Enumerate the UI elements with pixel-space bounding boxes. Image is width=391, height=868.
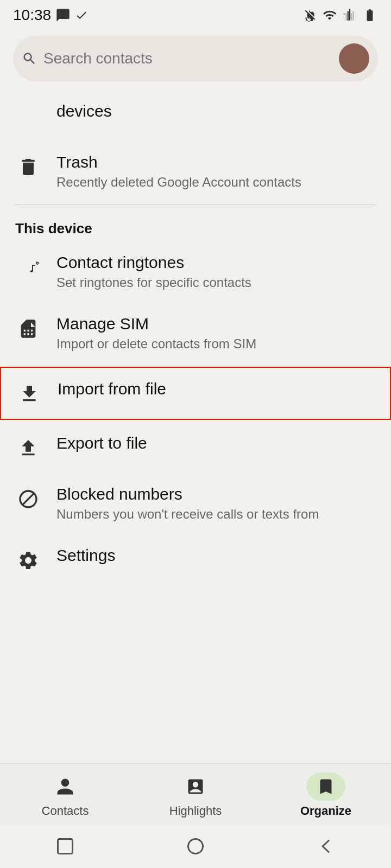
ringtones-title: Contact ringtones [56, 253, 251, 272]
highlights-nav-icon-wrap [176, 773, 215, 801]
ringtone-icon [15, 254, 41, 280]
ringtones-subtitle: Set ringtones for specific contacts [56, 274, 251, 291]
settings-title: Settings [56, 546, 115, 565]
export-icon [15, 435, 41, 461]
status-bar: 10:38 [0, 0, 391, 28]
partial-menu-item[interactable]: devices [0, 90, 391, 141]
sim-icon [15, 316, 41, 342]
svg-point-1 [188, 839, 203, 854]
blocked-subtitle: Numbers you won't receive calls or texts… [56, 506, 319, 522]
nav-back-button[interactable] [312, 832, 340, 860]
import-title: Import from file [58, 380, 166, 398]
export-title: Export to file [56, 434, 147, 452]
system-nav [0, 825, 391, 868]
status-left: 10:38 [13, 7, 88, 24]
menu-item-trash[interactable]: Trash Recently deleted Google Account co… [0, 141, 391, 202]
nav-item-highlights[interactable]: Highlights [130, 773, 261, 818]
menu-item-settings[interactable]: Settings [0, 534, 391, 585]
menu-item-import-from-file[interactable]: Import from file [0, 367, 391, 420]
blocked-icon [15, 486, 41, 512]
menu-item-manage-sim[interactable]: Manage SIM Import or delete contacts fro… [0, 303, 391, 364]
menu-item-blocked-numbers[interactable]: Blocked numbers Numbers you won't receiv… [0, 473, 391, 534]
menu-item-export-to-file[interactable]: Export to file [0, 422, 391, 473]
search-bar-container: Search contacts [0, 28, 391, 90]
time-display: 10:38 [13, 7, 51, 24]
blocked-title: Blocked numbers [56, 485, 319, 503]
highlights-icon [186, 777, 205, 796]
organize-nav-label: Organize [300, 804, 351, 818]
search-placeholder: Search contacts [43, 50, 332, 67]
avatar[interactable] [339, 43, 369, 74]
signal-icon [342, 8, 356, 22]
organize-icon [316, 777, 336, 796]
import-icon [16, 381, 42, 407]
organize-nav-icon-wrap [306, 773, 345, 801]
trash-title: Trash [56, 153, 301, 171]
search-bar[interactable]: Search contacts [13, 36, 378, 81]
person-icon [55, 777, 75, 796]
nav-square-button[interactable] [51, 832, 79, 860]
bottom-nav: Contacts Highlights Organize [0, 763, 391, 825]
section-header-this-device: This device [0, 207, 391, 241]
highlights-nav-label: Highlights [169, 804, 222, 818]
manage-sim-title: Manage SIM [56, 315, 256, 333]
contacts-nav-label: Contacts [42, 804, 89, 818]
nav-item-contacts[interactable]: Contacts [0, 773, 130, 818]
check-icon [75, 9, 88, 22]
status-right [303, 8, 378, 22]
empty-icon [15, 103, 41, 129]
contacts-nav-icon-wrap [46, 773, 85, 801]
trash-subtitle: Recently deleted Google Account contacts [56, 174, 301, 190]
nav-circle-button[interactable] [181, 832, 210, 860]
section-divider [15, 205, 376, 205]
wifi-icon [323, 8, 337, 22]
settings-icon [15, 547, 41, 573]
search-icon [22, 51, 37, 66]
trash-icon [15, 154, 41, 180]
mute-icon [303, 8, 317, 22]
svg-rect-0 [58, 839, 73, 854]
bubble-icon [55, 8, 71, 23]
menu-item-contact-ringtones[interactable]: Contact ringtones Set ringtones for spec… [0, 241, 391, 303]
partial-item-text: devices [56, 102, 112, 120]
content-scroll: Search contacts devices Trash Recently d… [0, 28, 391, 705]
manage-sim-subtitle: Import or delete contacts from SIM [56, 335, 256, 352]
nav-item-organize[interactable]: Organize [261, 773, 391, 818]
battery-icon [362, 8, 378, 22]
